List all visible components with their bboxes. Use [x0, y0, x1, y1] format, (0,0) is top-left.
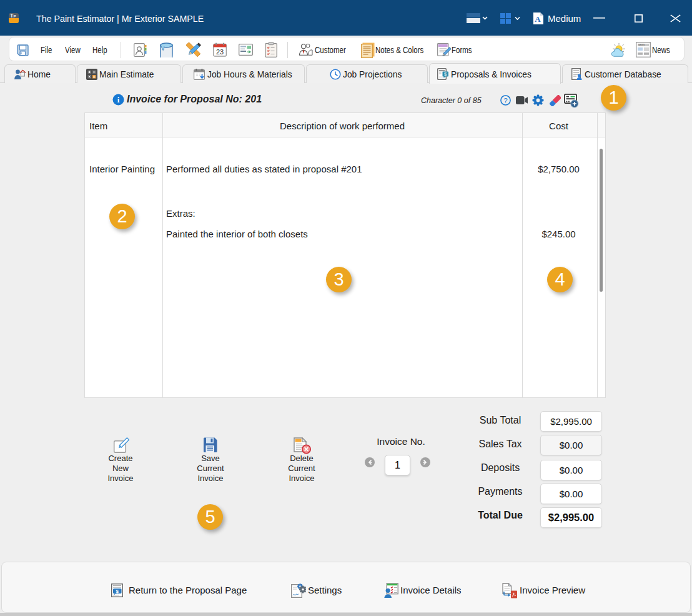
svg-text:$: $ [116, 589, 119, 594]
svg-text:?: ? [503, 97, 507, 104]
svg-text:A: A [535, 14, 541, 24]
svg-text:$: $ [444, 71, 447, 77]
svg-text:i: i [117, 95, 120, 104]
svg-text:23: 23 [216, 48, 224, 56]
svg-text:NEWS: NEWS [638, 44, 645, 46]
